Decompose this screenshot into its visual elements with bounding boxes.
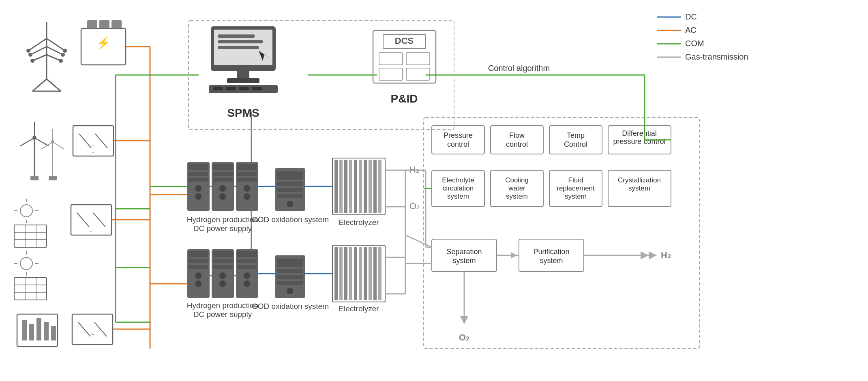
svg-rect-171 <box>349 247 352 300</box>
god-oxidation-bottom <box>275 255 305 298</box>
svg-rect-134 <box>344 160 347 213</box>
svg-point-122 <box>244 185 250 192</box>
svg-line-38 <box>79 134 91 148</box>
svg-rect-103 <box>406 53 430 65</box>
svg-line-28 <box>20 138 34 146</box>
svg-point-56 <box>20 257 32 270</box>
svg-point-110 <box>195 185 201 192</box>
legend-ac: AC <box>685 26 697 34</box>
svg-rect-102 <box>379 53 403 65</box>
svg-rect-129 <box>277 194 303 198</box>
svg-rect-163 <box>277 269 303 273</box>
svg-point-111 <box>195 193 201 200</box>
spms-label: SPMS <box>227 107 259 119</box>
svg-rect-105 <box>406 68 430 80</box>
svg-rect-35 <box>30 176 39 180</box>
svg-rect-137 <box>359 160 362 213</box>
svg-text:DCS: DCS <box>395 36 414 46</box>
svg-text:system: system <box>447 193 469 200</box>
h2-output-arrow <box>641 251 649 259</box>
svg-text:system: system <box>628 184 650 192</box>
svg-rect-47 <box>14 225 47 247</box>
svg-line-12 <box>47 79 61 91</box>
svg-rect-141 <box>378 160 381 213</box>
svg-rect-133 <box>339 160 343 213</box>
svg-text:pressure control: pressure control <box>613 137 665 146</box>
svg-rect-138 <box>364 160 367 213</box>
svg-rect-165 <box>277 281 303 285</box>
legend-com: COM <box>685 39 704 48</box>
svg-rect-70 <box>44 322 49 340</box>
differential-pressure-label: Differential <box>622 129 657 137</box>
svg-text:replacement: replacement <box>557 184 595 192</box>
svg-rect-135 <box>349 160 352 213</box>
o2-arrow-down <box>460 316 468 324</box>
svg-point-42 <box>20 205 32 217</box>
right-systems-box <box>424 118 699 349</box>
svg-line-11 <box>32 79 47 91</box>
svg-rect-156 <box>237 259 257 263</box>
purification-label: Purification <box>533 248 569 256</box>
svg-line-9 <box>32 55 47 61</box>
svg-rect-164 <box>277 275 303 279</box>
svg-rect-72 <box>72 314 113 345</box>
svg-rect-23 <box>99 20 109 28</box>
svg-rect-169 <box>339 247 343 300</box>
svg-point-153 <box>219 280 226 287</box>
svg-point-146 <box>195 272 201 279</box>
solar-inverter-top: ~ <box>71 205 111 235</box>
svg-rect-128 <box>277 188 303 192</box>
svg-rect-139 <box>369 160 372 213</box>
svg-rect-149 <box>213 251 233 257</box>
svg-rect-121 <box>237 178 257 182</box>
fluid-replacement-label: Fluid <box>568 176 583 184</box>
svg-text:system: system <box>565 193 587 200</box>
electrolyzer-top-label: Electrolyzer <box>339 218 379 227</box>
transformer-top: ⚡ <box>81 20 126 65</box>
electrolyzer-bottom-label: Electrolyzer <box>339 304 379 313</box>
svg-text:~: ~ <box>90 229 93 235</box>
svg-point-19 <box>59 59 63 63</box>
bottom-inverter: ~ <box>72 314 113 345</box>
god-oxidation-top <box>275 168 305 211</box>
svg-rect-114 <box>213 172 233 176</box>
svg-rect-89 <box>218 40 263 43</box>
svg-point-152 <box>219 272 226 279</box>
legend-dc: DC <box>685 12 697 21</box>
electrolyte-circulation-label: Electrolyte <box>442 176 474 184</box>
sep-to-pur-arrow <box>511 252 517 259</box>
svg-rect-145 <box>189 265 208 269</box>
svg-rect-98 <box>252 87 262 90</box>
svg-line-73 <box>78 322 90 336</box>
svg-rect-108 <box>189 172 208 176</box>
svg-rect-162 <box>277 259 303 267</box>
svg-rect-173 <box>359 247 362 300</box>
svg-text:~: ~ <box>91 331 94 338</box>
svg-text:circulation: circulation <box>443 184 474 192</box>
svg-point-116 <box>219 185 226 192</box>
svg-point-130 <box>287 201 293 207</box>
svg-rect-104 <box>379 68 403 80</box>
separation-label: Separation <box>446 248 482 256</box>
svg-text:control: control <box>447 140 469 148</box>
god-bottom-label: GOD oxidation system <box>252 302 329 310</box>
svg-rect-61 <box>14 278 47 300</box>
svg-rect-172 <box>354 247 357 300</box>
o2-label-top: O₂ <box>409 201 420 211</box>
svg-point-123 <box>244 193 250 200</box>
svg-line-5 <box>28 39 47 51</box>
svg-rect-96 <box>226 87 236 90</box>
svg-line-34 <box>53 142 64 149</box>
solar-panels-top <box>14 199 47 247</box>
svg-text:system: system <box>452 257 476 265</box>
svg-text:system: system <box>506 193 528 200</box>
svg-rect-36 <box>49 176 57 180</box>
svg-line-74 <box>94 322 107 336</box>
svg-rect-67 <box>22 320 27 340</box>
svg-rect-144 <box>189 259 208 263</box>
h2-dc-bottom-label: Hydrogen production <box>187 301 258 310</box>
electrolyzer-bottom <box>332 245 385 302</box>
temp-control-label: Temp <box>567 131 585 139</box>
svg-rect-136 <box>354 160 357 213</box>
wind-turbines <box>20 122 64 180</box>
